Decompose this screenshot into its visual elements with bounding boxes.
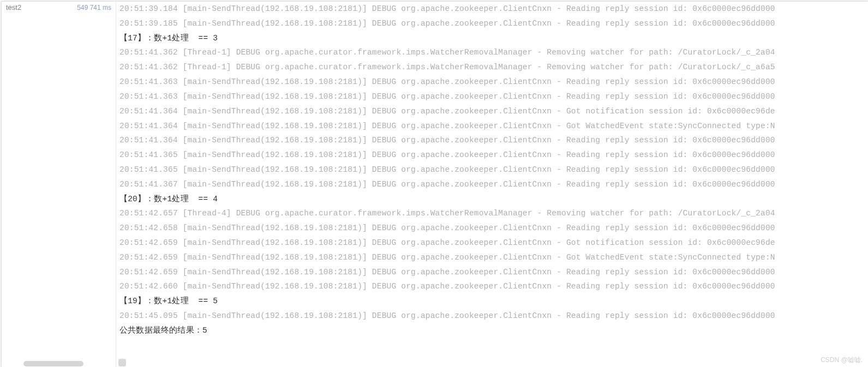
- log-line[interactable]: 20:51:41.362 [Thread-1] DEBUG org.apache…: [119, 60, 868, 75]
- stdout-line[interactable]: 【20】：数+1处理 == 4: [119, 192, 868, 207]
- sidebar-scrollbar[interactable]: [23, 361, 83, 366]
- log-line[interactable]: 20:51:41.363 [main-SendThread(192.168.19…: [119, 75, 868, 89]
- test-name: test2: [6, 3, 21, 11]
- log-line[interactable]: 20:51:41.367 [main-SendThread(192.168.19…: [119, 177, 868, 192]
- log-line[interactable]: 20:51:42.658 [main-SendThread(192.168.19…: [119, 221, 868, 236]
- log-line[interactable]: 20:51:41.362 [Thread-1] DEBUG org.apache…: [119, 45, 868, 60]
- test-item[interactable]: test2 549 741 ms: [2, 3, 116, 12]
- log-line[interactable]: 20:51:39.184 [main-SendThread(192.168.19…: [119, 2, 868, 16]
- test-sidebar: test2 549 741 ms: [2, 2, 116, 367]
- stdout-line[interactable]: 【19】：数+1处理 == 5: [119, 294, 868, 309]
- log-line[interactable]: 20:51:39.185 [main-SendThread(192.168.19…: [119, 16, 868, 31]
- log-line[interactable]: 20:51:45.095 [main-SendThread(192.168.19…: [119, 309, 868, 323]
- ide-console-panel: test2 549 741 ms 20:51:39.184 [main-Send…: [1, 1, 868, 367]
- log-line[interactable]: 20:51:42.659 [main-SendThread(192.168.19…: [119, 250, 868, 265]
- test-duration: 549 741 ms: [77, 4, 111, 11]
- watermark-text: CSDN @嘘嘘.: [821, 356, 863, 365]
- stdout-line[interactable]: 公共数据最终的结果：5: [119, 323, 868, 338]
- log-line[interactable]: 20:51:41.364 [main-SendThread(192.168.19…: [119, 119, 868, 134]
- console-horizontal-scrollbar[interactable]: [118, 359, 866, 366]
- log-line[interactable]: 20:51:41.365 [main-SendThread(192.168.19…: [119, 163, 868, 177]
- stdout-line[interactable]: 【17】：数+1处理 == 3: [119, 31, 868, 46]
- log-line[interactable]: 20:51:42.659 [main-SendThread(192.168.19…: [119, 236, 868, 250]
- console-output[interactable]: 20:51:39.184 [main-SendThread(192.168.19…: [116, 2, 868, 367]
- log-line[interactable]: 20:51:42.657 [Thread-4] DEBUG org.apache…: [119, 206, 868, 221]
- scrollbar-thumb[interactable]: [118, 359, 126, 366]
- log-line[interactable]: 20:51:42.660 [main-SendThread(192.168.19…: [119, 279, 868, 294]
- log-line[interactable]: 20:51:42.659 [main-SendThread(192.168.19…: [119, 265, 868, 280]
- log-line[interactable]: 20:51:41.363 [main-SendThread(192.168.19…: [119, 89, 868, 104]
- log-line[interactable]: 20:51:41.364 [main-SendThread(192.168.19…: [119, 133, 868, 148]
- log-line[interactable]: 20:51:41.365 [main-SendThread(192.168.19…: [119, 148, 868, 163]
- log-line[interactable]: 20:51:41.364 [main-SendThread(192.168.19…: [119, 104, 868, 119]
